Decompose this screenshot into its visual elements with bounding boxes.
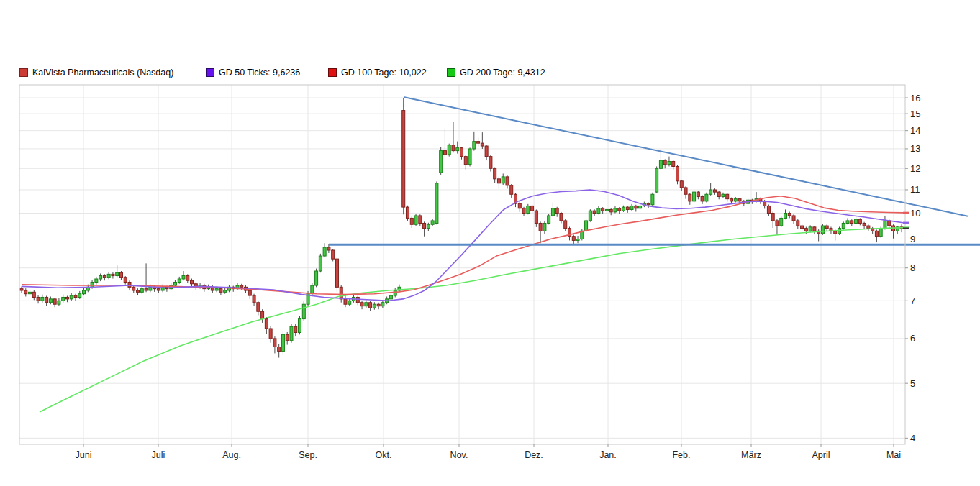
candle-body bbox=[140, 289, 143, 293]
candle-body bbox=[821, 226, 824, 234]
candle-body bbox=[502, 177, 504, 183]
candle-body bbox=[365, 303, 368, 306]
candle-body bbox=[518, 203, 521, 208]
legend-item-kalvista[interactable]: KalVista Pharmaceuticals (Nasdaq) bbox=[19, 68, 173, 78]
axis-end-markers bbox=[903, 212, 909, 229]
candle-body bbox=[506, 177, 509, 185]
candle-body bbox=[78, 294, 81, 298]
y-axis-label: 4 bbox=[910, 433, 915, 444]
candle-body bbox=[635, 206, 638, 208]
candle-body bbox=[149, 287, 152, 290]
candle-body bbox=[672, 161, 675, 166]
candle-body bbox=[842, 223, 845, 228]
candle-body bbox=[132, 287, 135, 290]
candle-body bbox=[269, 329, 272, 339]
candle-body bbox=[722, 194, 725, 196]
candle-body bbox=[290, 326, 293, 341]
candle-body bbox=[481, 143, 484, 146]
candle-body bbox=[332, 250, 335, 259]
ma-line-gd-200-tage bbox=[40, 228, 903, 412]
candle-body bbox=[709, 190, 712, 194]
x-axis-label: Okt. bbox=[376, 450, 392, 460]
candle-body bbox=[414, 216, 417, 224]
candle-body bbox=[410, 218, 413, 224]
legend-item-gd100[interactable]: GD 100 Tage: 10,022 bbox=[328, 68, 427, 78]
candle-body bbox=[539, 223, 542, 231]
candle-body bbox=[464, 157, 467, 165]
candle-body bbox=[543, 223, 546, 231]
candle-body bbox=[564, 221, 567, 229]
y-axis-label: 16 bbox=[910, 93, 920, 104]
legend-item-gd200[interactable]: GD 200 Tage: 9,4312 bbox=[447, 68, 545, 78]
candle-body bbox=[381, 303, 384, 306]
candle-body bbox=[29, 292, 32, 293]
candle-body bbox=[37, 297, 40, 301]
legend-label: GD 50 Ticks: 9,6236 bbox=[219, 68, 300, 78]
candle-body bbox=[443, 151, 446, 155]
candle-body bbox=[265, 319, 268, 329]
candle-body bbox=[319, 256, 322, 271]
candle-body bbox=[103, 276, 106, 278]
candle-body bbox=[846, 221, 849, 224]
candle-body bbox=[70, 295, 73, 299]
candle-body bbox=[191, 280, 194, 284]
ma-axis-marker bbox=[903, 212, 909, 214]
candle-body bbox=[107, 274, 110, 277]
chart-legend: KalVista Pharmaceuticals (Nasdaq) GD 50 … bbox=[0, 68, 980, 79]
candle-body bbox=[427, 224, 430, 228]
candle-body bbox=[99, 276, 102, 279]
x-axis-label: Sep. bbox=[299, 450, 317, 460]
candle-body bbox=[572, 237, 575, 241]
candle-body bbox=[813, 227, 816, 231]
candle-body bbox=[145, 289, 148, 290]
y-axis-label: 7 bbox=[910, 295, 915, 306]
candle-body bbox=[726, 194, 729, 198]
candle-body bbox=[494, 168, 496, 179]
x-axis-label: Juni bbox=[76, 450, 92, 460]
candle-body bbox=[344, 299, 347, 304]
candle-body bbox=[327, 247, 330, 250]
candle-body bbox=[278, 347, 281, 352]
candle-body bbox=[655, 168, 658, 192]
candle-body bbox=[468, 149, 471, 165]
candle-body bbox=[419, 216, 422, 224]
gd50-swatch bbox=[206, 68, 214, 77]
candle-body bbox=[531, 206, 534, 211]
candle-body bbox=[435, 183, 438, 224]
y-axis-label: 14 bbox=[910, 125, 920, 136]
x-axis-label: Jan. bbox=[599, 450, 617, 460]
candle-body bbox=[394, 290, 396, 295]
candle-body bbox=[377, 304, 380, 306]
candle-body bbox=[178, 279, 181, 282]
candle-body bbox=[273, 339, 276, 347]
x-axis-label: Nov. bbox=[450, 450, 468, 460]
candle-body bbox=[527, 206, 530, 213]
x-axis-label: Feb. bbox=[672, 450, 690, 460]
candle-body bbox=[834, 231, 837, 234]
candle-body bbox=[522, 208, 525, 214]
candle-body bbox=[294, 326, 297, 332]
y-axis-label: 11 bbox=[910, 184, 920, 195]
candle-body bbox=[20, 289, 23, 290]
chart-page: 16151413121110987654JuniJuliAug.Sep.Okt.… bbox=[0, 0, 980, 486]
candle-body bbox=[738, 199, 741, 201]
candle-body bbox=[510, 185, 513, 194]
candle-body bbox=[784, 214, 786, 219]
candle-body bbox=[551, 208, 554, 216]
last-price-marker bbox=[903, 227, 909, 229]
candle-body bbox=[477, 142, 480, 144]
legend-label: GD 100 Tage: 10,022 bbox=[341, 68, 427, 78]
candle-body bbox=[215, 289, 218, 290]
candle-body bbox=[389, 295, 392, 299]
candle-body bbox=[456, 148, 459, 151]
candle-body bbox=[62, 297, 65, 301]
candle-body bbox=[589, 211, 591, 221]
legend-item-gd50[interactable]: GD 50 Ticks: 9,6236 bbox=[206, 68, 300, 78]
gd100-swatch bbox=[328, 68, 337, 77]
candle-body bbox=[335, 259, 338, 287]
x-axis-label: Aug. bbox=[222, 450, 241, 460]
candle-body bbox=[713, 190, 716, 192]
candle-body bbox=[560, 214, 563, 221]
candle-body bbox=[116, 272, 119, 275]
candle-body bbox=[497, 179, 500, 183]
